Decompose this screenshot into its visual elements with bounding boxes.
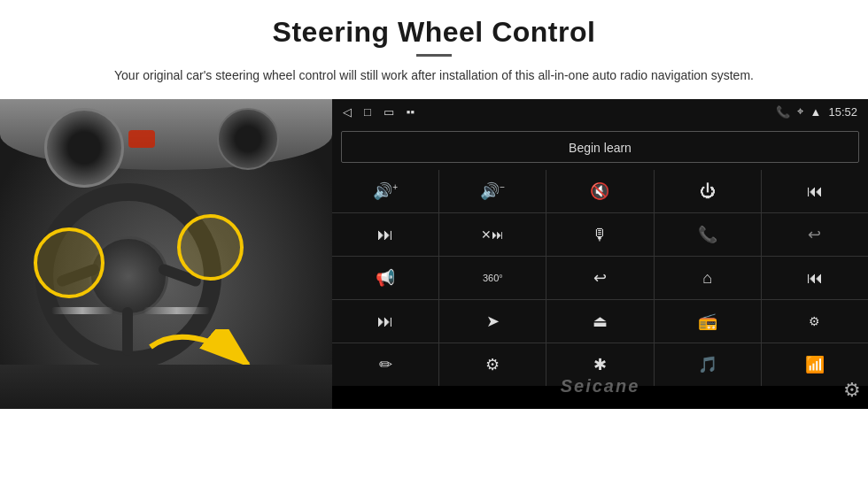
eject-icon: ⏏ xyxy=(593,312,608,331)
prev-prev-icon: ⏮ xyxy=(807,269,823,288)
mic-button[interactable]: 🎙 xyxy=(546,213,653,256)
music-button[interactable]: 🎵 xyxy=(655,343,761,386)
bluetooth-button[interactable]: ✱ xyxy=(546,343,653,386)
nav-icon: ➤ xyxy=(486,312,500,331)
horn-button[interactable]: 📢 xyxy=(332,257,438,299)
settings-round-icon: ⚙ xyxy=(485,355,500,374)
edit-button[interactable]: ✏ xyxy=(332,343,438,386)
sim-icon: ▪▪ xyxy=(407,105,415,119)
camera360-button[interactable]: 360° xyxy=(439,257,546,299)
camera360-icon: 360° xyxy=(483,273,503,283)
eq-icon: ⚙ xyxy=(809,314,820,328)
radio-icon: 📻 xyxy=(698,312,717,331)
phone-status-icon: 📞 xyxy=(776,105,790,119)
sw-silver-accent-left xyxy=(51,307,113,314)
callout-circle-left xyxy=(34,227,105,298)
home-icon: ⌂ xyxy=(702,269,712,288)
settings-round-button[interactable]: ⚙ xyxy=(439,343,546,386)
call-button[interactable]: 📞 xyxy=(655,213,761,256)
edit-icon: ✏ xyxy=(379,355,392,374)
content-row: ◁ □ ▭ ▪▪ 📞 ⌖ ▲ 15:52 Begin learn xyxy=(0,99,868,409)
skip-icon: ⏭ xyxy=(377,312,393,331)
floor-area xyxy=(0,365,332,409)
callout-circle-right xyxy=(177,214,244,281)
hang-up-button[interactable]: ↩ xyxy=(762,213,868,256)
bluetooth-icon: ✱ xyxy=(593,355,607,374)
home-button[interactable]: ⌂ xyxy=(655,257,761,299)
prev-prev-button[interactable]: ⏮ xyxy=(762,257,868,299)
begin-learn-row: Begin learn xyxy=(332,124,868,170)
mute-button[interactable]: 🔇 xyxy=(546,170,653,212)
page-wrapper: Steering Wheel Control Your original car… xyxy=(0,0,868,485)
status-bar-left: ◁ □ ▭ ▪▪ xyxy=(343,105,415,119)
next-icon: ⏭ xyxy=(377,226,393,244)
eject-button[interactable]: ⏏ xyxy=(546,300,653,343)
skip-button[interactable]: ⏭ xyxy=(332,300,438,343)
next-button[interactable]: ⏭ xyxy=(332,213,438,256)
speedometer-right xyxy=(217,108,279,170)
music-icon: 🎵 xyxy=(698,355,717,374)
back-button[interactable]: ↩ xyxy=(546,257,653,299)
begin-learn-button[interactable]: Begin learn xyxy=(341,131,859,163)
mic-icon: 🎙 xyxy=(592,226,608,244)
status-bar-right: 📞 ⌖ ▲ 15:52 xyxy=(776,104,857,119)
warning-light xyxy=(128,130,155,148)
home-nav-icon[interactable]: □ xyxy=(364,105,371,119)
back-icon: ↩ xyxy=(593,268,607,288)
power-icon: ⏻ xyxy=(700,182,716,201)
subtitle-text: Your original car's steering wheel contr… xyxy=(71,65,797,85)
sw-silver-accent-right xyxy=(143,307,210,314)
vol-down-button[interactable]: 🔊− xyxy=(439,170,546,212)
page-title: Steering Wheel Control xyxy=(53,16,815,49)
wifi-status-icon: ▲ xyxy=(810,105,822,119)
horn-icon: 📢 xyxy=(376,268,395,288)
nav-button[interactable]: ➤ xyxy=(439,300,546,343)
speedometer-left xyxy=(44,108,124,188)
vol-down-icon: 🔊− xyxy=(480,181,505,201)
hang-up-icon: ↩ xyxy=(808,225,821,244)
header-section: Steering Wheel Control Your original car… xyxy=(0,0,868,94)
recent-nav-icon[interactable]: ▭ xyxy=(384,105,394,119)
gear-settings-button[interactable]: ⚙ xyxy=(843,379,861,402)
status-bar: ◁ □ ▭ ▪▪ 📞 ⌖ ▲ 15:52 xyxy=(332,99,868,124)
control-grid: 🔊+ 🔊− 🔇 ⏻ ⏮ ⏭ ✕⏭ xyxy=(332,170,868,386)
vol-up-icon: 🔊+ xyxy=(373,181,398,201)
prev-end-icon: ⏮ xyxy=(807,182,823,201)
time-display: 15:52 xyxy=(828,105,857,119)
fast-fwd-button[interactable]: ✕⏭ xyxy=(439,213,546,256)
location-status-icon: ⌖ xyxy=(797,104,803,119)
vol-up-button[interactable]: 🔊+ xyxy=(332,170,438,212)
power-button[interactable]: ⏻ xyxy=(655,170,761,212)
eq-button[interactable]: ⚙ xyxy=(762,300,868,343)
mute-icon: 🔇 xyxy=(590,181,609,201)
signal-icon: 📶 xyxy=(805,355,825,374)
prev-end-button[interactable]: ⏮ xyxy=(762,170,868,212)
title-divider xyxy=(416,54,452,57)
radio-button[interactable]: 📻 xyxy=(655,300,761,343)
fast-fwd-icon: ✕⏭ xyxy=(481,227,504,242)
android-section: ◁ □ ▭ ▪▪ 📞 ⌖ ▲ 15:52 Begin learn xyxy=(332,99,868,409)
call-icon: 📞 xyxy=(698,225,717,244)
sw-spoke-bottom xyxy=(122,307,133,356)
car-image-section xyxy=(0,99,332,409)
back-nav-icon[interactable]: ◁ xyxy=(343,105,352,119)
